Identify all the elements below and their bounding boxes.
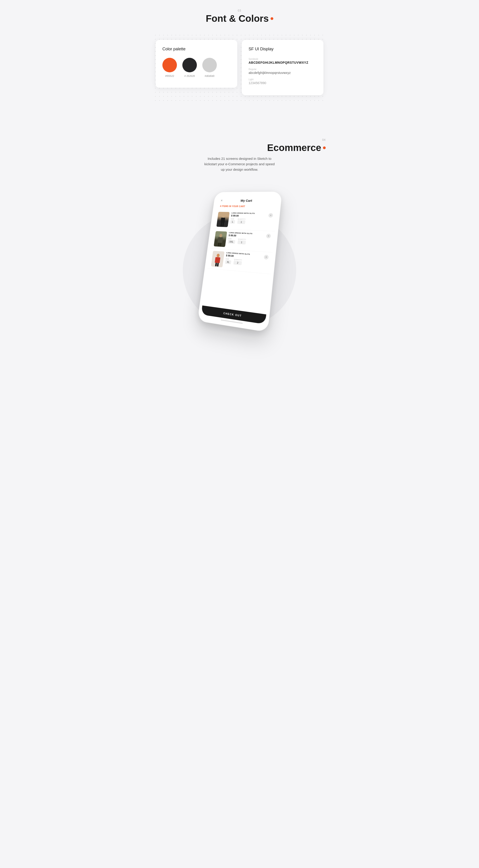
color-palette-title: Color palette: [162, 47, 231, 52]
item-image-3: [211, 251, 224, 267]
svg-rect-2: [220, 223, 222, 226]
svg-rect-11: [217, 263, 219, 267]
item-options-3: SIZE XL QUANTITY 2: [225, 258, 268, 267]
svg-point-4: [219, 234, 222, 237]
swatch-circle-dark: [182, 58, 197, 72]
svg-rect-9: [215, 257, 220, 263]
swatch-label-dark: # 262628: [184, 74, 195, 77]
svg-rect-3: [222, 223, 224, 226]
phone-container: × My Cart 4 ITEMS IN YOUR CART: [153, 184, 326, 334]
item-options-1: SIZE L QUANTITY 1: [230, 218, 273, 225]
size-box-1: L: [230, 220, 235, 223]
qty-box-3: 2: [233, 261, 242, 265]
font-card-title: SF UI Display: [248, 47, 317, 52]
checkout-label: CHECK OUT: [223, 312, 242, 317]
qty-label-3: QUANTITY: [234, 259, 242, 261]
svg-point-8: [217, 254, 220, 257]
svg-rect-1: [220, 218, 225, 223]
item-details-1: LONG DRESS WITH SLITS $ 89.00 SIZE L QUA…: [230, 212, 273, 225]
qty-group-3: QUANTITY 2: [233, 259, 242, 265]
swatch-circle-orange: [162, 58, 177, 72]
section-number-03: 03: [153, 9, 326, 12]
qty-group-1: QUANTITY 1: [237, 218, 246, 224]
cart-screen-title: My Cart: [240, 199, 252, 203]
svg-rect-10: [215, 263, 217, 266]
swatch-label-light: #d0d0d0: [205, 74, 214, 77]
color-palette-card: Color palette #f05522 # 262628 #d0d0d0: [156, 40, 237, 88]
qty-box-1: 1: [237, 220, 245, 224]
item-price-1: $ 89.00: [231, 214, 273, 218]
regular-label: Regular: [248, 68, 317, 70]
ecommerce-description: Includes 21 screens designed in Sketch t…: [203, 156, 276, 172]
qty-box-2: 1: [237, 240, 246, 244]
regular-text: abcdefghijklmnopqrstuvwxyz: [248, 71, 317, 74]
light-text: 1234567890: [248, 81, 317, 85]
light-label: Light: [248, 78, 317, 81]
phone-shell: × My Cart 4 ITEMS IN YOUR CART: [197, 191, 282, 332]
svg-point-0: [222, 214, 225, 218]
font-colors-dotted-area: Color palette #f05522 # 262628 #d0d0d0: [153, 33, 326, 102]
close-icon[interactable]: ×: [220, 198, 223, 202]
size-group-2: SIZE XXL: [228, 238, 235, 244]
item-details-3: LONG DRESS WITH SLITS $ 89.00 SIZE XL QU…: [225, 252, 269, 267]
item-image-1: [216, 212, 230, 227]
semibold-text: ABCDEFGHIJKLMNOPQRSTUVWXYZ: [248, 61, 317, 64]
qty-label-2: QUANTITY: [238, 238, 246, 240]
svg-rect-5: [217, 237, 223, 243]
svg-rect-7: [219, 243, 221, 246]
screen-header: × My Cart: [216, 194, 279, 205]
swatch-item-orange: #f05522: [162, 58, 177, 77]
font-colors-section-header: 03 Font & Colors: [153, 9, 326, 24]
spacer-1: [153, 106, 326, 120]
size-label-3: SIZE: [226, 258, 232, 260]
color-swatches: #f05522 # 262628 #d0d0d0: [162, 58, 231, 77]
size-group-1: SIZE L: [230, 218, 235, 224]
ecommerce-section: 04 Ecommerce Includes 21 screens designe…: [153, 138, 326, 334]
font-light-section: Light 1234567890: [248, 78, 317, 85]
item-image-2: [214, 231, 227, 247]
font-card: SF UI Display Semibold ABCDEFGHIJKLMNOPQ…: [242, 40, 323, 95]
svg-rect-6: [218, 243, 219, 246]
phone-mockup: × My Cart 4 ITEMS IN YOUR CART: [197, 191, 282, 332]
item-options-2: SIZE XXL QUANTITY 1: [228, 238, 270, 246]
size-group-3: SIZE XL: [225, 258, 232, 264]
spacer-2: [153, 120, 326, 134]
size-box-2: XXL: [228, 240, 235, 244]
font-semibold-section: Semibold ABCDEFGHIJKLMNOPQRSTUVWXYZ: [248, 58, 317, 64]
item-details-2: LONG DRESS WITH SLITS $ 89.00 SIZE XXL Q…: [228, 232, 271, 246]
swatch-item-light: #d0d0d0: [202, 58, 217, 77]
swatch-item-dark: # 262628: [182, 58, 197, 77]
ecommerce-title-dot: [323, 147, 326, 149]
font-regular-section: Regular abcdefghijklmnopqrstuvwxyz: [248, 68, 317, 74]
title-dot-red: [271, 17, 273, 20]
section-number-04: 04: [153, 138, 326, 142]
swatch-circle-light: [202, 58, 217, 72]
size-label-1: SIZE: [231, 218, 235, 220]
qty-label-1: QUANTITY: [238, 218, 246, 220]
phone-screen: × My Cart 4 ITEMS IN YOUR CART: [201, 194, 279, 324]
cards-row: Color palette #f05522 # 262628 #d0d0d0: [156, 40, 323, 95]
swatch-label-orange: #f05522: [165, 74, 174, 77]
semibold-label: Semibold: [248, 58, 317, 60]
qty-group-2: QUANTITY 1: [237, 238, 246, 244]
page-wrapper: 03 Font & Colors Color palette #f05522 #…: [149, 0, 330, 352]
size-box-3: XL: [225, 260, 231, 264]
size-label-2: SIZE: [228, 238, 236, 240]
cart-item-1: LONG DRESS WITH SLITS $ 89.00 SIZE L QUA…: [213, 210, 277, 231]
ecommerce-title: Ecommerce: [267, 142, 326, 153]
font-colors-title: Font & Colors: [206, 13, 273, 24]
ecommerce-header: 04 Ecommerce: [153, 138, 326, 153]
